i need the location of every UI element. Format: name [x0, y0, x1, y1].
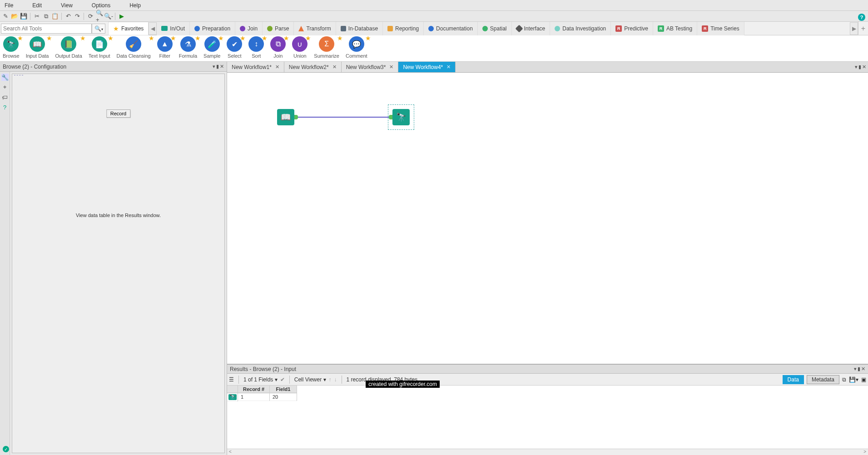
menu-file[interactable]: File [2, 1, 16, 10]
input-port[interactable] [389, 115, 392, 119]
record-button[interactable]: Record [106, 109, 130, 118]
tool-join[interactable]: ⧉★Join [270, 36, 286, 59]
close-tab-icon[interactable]: ✕ [275, 64, 279, 70]
tool-union[interactable]: ∪★Union [292, 36, 308, 59]
fields-dropdown[interactable]: 1 of 1 Fields ▾ [243, 376, 278, 383]
menu-edit[interactable]: Edit [30, 1, 45, 10]
search-tools-input[interactable] [3, 25, 89, 32]
scroll-right-icon[interactable]: ▶ [850, 22, 858, 35]
scroll-left-icon[interactable]: < [229, 449, 232, 455]
tool-comment[interactable]: 💬★Comment [346, 36, 367, 59]
output-port[interactable] [294, 115, 298, 119]
tool-filter[interactable]: ▲★Filter [157, 36, 173, 59]
close-icon[interactable]: ✕ [861, 366, 865, 372]
tool-data-cleansing[interactable]: 🧹★Data Cleansing [116, 36, 150, 59]
workflow-tab[interactable]: New Workflow4*✕ [398, 62, 456, 72]
favorites-tab[interactable]: ★ Favorites [108, 22, 149, 35]
save-results-icon[interactable]: 💾▾ [849, 376, 858, 383]
pin-icon[interactable]: ▮ [858, 64, 861, 70]
search-button[interactable]: 🔍▾ [92, 24, 105, 34]
cell-field1-1[interactable]: 20 [270, 393, 297, 401]
tool-output-data[interactable]: 📗★Output Data [55, 36, 82, 59]
close-icon[interactable]: ✕ [862, 64, 866, 70]
input-data-node[interactable]: 📖 [277, 109, 294, 125]
undo-icon[interactable]: ↶ [64, 13, 72, 20]
dropdown-icon[interactable]: ▾ [213, 64, 215, 69]
category-interface[interactable]: Interface [512, 22, 551, 35]
category-documentation[interactable]: Documentation [424, 22, 478, 35]
category-transform[interactable]: Transform [294, 22, 336, 35]
menu-view[interactable]: View [58, 1, 75, 10]
tool-sort[interactable]: ↕★Sort [248, 36, 264, 59]
cut-icon[interactable]: ✂ [33, 13, 40, 20]
category-data-investigation[interactable]: Data Investigation [550, 22, 611, 35]
tag-icon[interactable]: 🏷 [1, 94, 9, 101]
help-small-icon[interactable]: ? [1, 104, 9, 111]
menu-options[interactable]: Options [89, 1, 113, 10]
wrench-icon[interactable]: 🔧 [1, 74, 9, 81]
connection-wire[interactable] [298, 117, 389, 118]
category-join[interactable]: Join [235, 22, 263, 35]
tool-sample[interactable]: 🧪★Sample [203, 36, 220, 59]
column-header-field1[interactable]: Field1 [270, 386, 297, 393]
column-header-record[interactable]: Record # [238, 386, 269, 393]
close-tab-icon[interactable]: ✕ [332, 64, 337, 70]
popout-icon[interactable]: ▣ [861, 376, 866, 383]
workflow-tab[interactable]: New Workflow2*✕ [284, 62, 342, 72]
add-category-button[interactable]: + [858, 22, 868, 35]
new-icon[interactable]: ✎ [2, 13, 9, 20]
category-in-database[interactable]: In-Database [336, 22, 383, 35]
copy-icon[interactable]: ⧉ [842, 376, 846, 383]
close-tab-icon[interactable]: ✕ [446, 64, 451, 70]
tool-browse[interactable]: 🔭★Browse [3, 36, 20, 59]
menu-help[interactable]: Help [127, 1, 144, 10]
category-spatial[interactable]: Spatial [478, 22, 512, 35]
cellviewer-dropdown[interactable]: Cell Viewer ▾ [294, 376, 326, 383]
close-tab-icon[interactable]: ✕ [389, 64, 393, 70]
run-icon[interactable]: ▶ [118, 13, 125, 20]
open-icon[interactable]: 📂 [11, 13, 18, 20]
scroll-left-icon[interactable]: ◀ [149, 22, 157, 35]
cell-record-1[interactable]: 1 [238, 393, 269, 401]
save-icon[interactable]: 💾 [20, 13, 27, 20]
category-label: Spatial [490, 25, 507, 32]
category-preparation[interactable]: Preparation [190, 22, 235, 35]
browse-node[interactable]: 🔭 [392, 109, 410, 125]
dropdown-icon[interactable]: ▾ [854, 366, 857, 372]
redo-icon[interactable]: ↷ [74, 13, 81, 20]
check-icon[interactable]: ✔ [280, 376, 285, 383]
scroll-right-icon[interactable]: > [863, 449, 866, 455]
search-tools-box[interactable] [1, 24, 92, 34]
tool-formula[interactable]: ⚗★Formula [179, 36, 197, 59]
category-parse[interactable]: Parse [263, 22, 294, 35]
workflow-canvas[interactable]: 📖 🔭 [227, 73, 868, 364]
zoom-out-icon[interactable]: 🔍- [105, 13, 112, 20]
tool-summarize[interactable]: Σ★Summarize [314, 36, 339, 59]
dropdown-icon[interactable]: ▾ [855, 64, 858, 70]
zoom-in-icon[interactable]: 🔍+ [96, 13, 103, 20]
tool-select[interactable]: ✔★Select [227, 36, 242, 59]
workflow-tab[interactable]: New Workflow1*✕ [227, 62, 284, 72]
close-icon[interactable]: ✕ [220, 64, 224, 69]
category-predictive[interactable]: RPredictive [611, 22, 653, 35]
anchor-icon[interactable]: ⌖ [1, 84, 9, 91]
help-icon[interactable]: ? [858, 14, 865, 21]
metadata-tab[interactable]: Metadata [807, 375, 839, 384]
category-time-series[interactable]: RTime Series [697, 22, 744, 35]
list-icon[interactable]: ☰ [229, 376, 234, 383]
down-arrow-icon[interactable]: ↓ [334, 376, 337, 383]
paste-icon[interactable]: 📋 [51, 13, 59, 20]
up-arrow-icon[interactable]: ↑ [329, 376, 332, 383]
tool-text-input[interactable]: 📄★Text Input [89, 36, 110, 59]
category-ab-testing[interactable]: RAB Testing [653, 22, 697, 35]
tool-input-data[interactable]: 📖★Input Data [26, 36, 49, 59]
pin-icon[interactable]: ▮ [858, 366, 860, 372]
refresh-icon[interactable]: ⟳ [87, 13, 94, 20]
copy-icon[interactable]: ⧉ [42, 13, 50, 20]
category-in-out[interactable]: In/Out [157, 22, 190, 35]
workflow-tab[interactable]: New Workflow3*✕ [342, 62, 399, 72]
data-tab[interactable]: Data [783, 375, 804, 384]
results-scrollbar[interactable]: < > [227, 449, 868, 455]
pin-icon[interactable]: ▮ [216, 64, 219, 69]
category-reporting[interactable]: Reporting [383, 22, 424, 35]
